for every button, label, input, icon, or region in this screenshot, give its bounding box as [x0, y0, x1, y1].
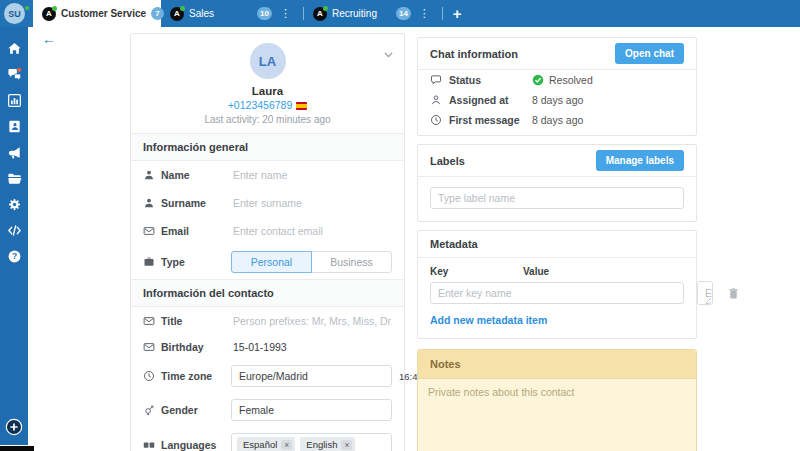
- section-general-info: Información general: [131, 133, 404, 161]
- remove-chip-icon[interactable]: ×: [341, 440, 352, 450]
- user-outline-icon: [430, 94, 442, 106]
- user-icon: [143, 169, 155, 181]
- user-initials: SU: [8, 9, 21, 19]
- user-online-dot: [24, 5, 30, 11]
- envelope-icon: [143, 341, 155, 353]
- row-label: First message: [449, 114, 520, 126]
- workspace-logo-icon: A: [313, 7, 327, 21]
- name-input[interactable]: [231, 167, 392, 183]
- field-label: Languages: [161, 439, 216, 451]
- tab-label: Customer Service: [61, 8, 146, 19]
- add-workspace-button[interactable]: +: [443, 0, 472, 27]
- workspace-tabs: A Customer Service 7 ⋮ A Sales 10 ⋮ A Re…: [33, 0, 472, 27]
- type-personal-button[interactable]: Personal: [231, 251, 312, 273]
- envelope-icon: [143, 225, 155, 237]
- chevron-down-icon[interactable]: [382, 47, 395, 60]
- campaigns-icon[interactable]: [7, 145, 22, 160]
- notes-textarea[interactable]: [418, 379, 696, 451]
- label-search-input[interactable]: [430, 187, 684, 209]
- user-avatar[interactable]: SU: [4, 3, 25, 24]
- metadata-key-input[interactable]: [430, 282, 684, 304]
- card-title: Metadata: [430, 238, 478, 250]
- status-value: Resolved: [549, 74, 593, 86]
- email-input[interactable]: [231, 223, 392, 239]
- delete-metadata-icon[interactable]: [727, 287, 740, 300]
- contact-header: LA Laura +0123456789 Last activity: 20 m…: [131, 34, 404, 133]
- field-label: Type: [161, 256, 185, 268]
- metadata-value-input[interactable]: [697, 281, 713, 305]
- field-surname-row: Surname: [131, 189, 404, 217]
- row-label: Assigned at: [449, 94, 509, 106]
- online-dot: [180, 6, 185, 11]
- metadata-row: [430, 281, 684, 305]
- home-icon[interactable]: [7, 41, 22, 56]
- contact-avatar: LA: [250, 43, 286, 79]
- title-input[interactable]: [231, 313, 392, 329]
- add-metadata-link[interactable]: Add new metadata item: [430, 314, 547, 326]
- field-name-row: Name: [131, 161, 404, 189]
- language-chip: English×: [300, 437, 355, 451]
- field-timezone-row: Time zone 16:42 (UTC +01:00): [131, 359, 404, 393]
- spain-flag-icon: [296, 102, 307, 110]
- gender-icon: [143, 404, 155, 416]
- help-icon[interactable]: ?: [7, 249, 22, 264]
- check-circle-icon: [532, 74, 544, 86]
- developer-icon[interactable]: [7, 223, 22, 238]
- tab-sales[interactable]: A Sales 10 ⋮: [161, 0, 303, 27]
- sidebar: ?: [0, 27, 28, 445]
- metadata-card: Metadata Key Value Add new metadata item: [417, 230, 697, 339]
- assigned-value: 8 days ago: [532, 94, 583, 106]
- tab-menu-icon[interactable]: ⋮: [277, 7, 294, 20]
- surname-input[interactable]: [231, 195, 392, 211]
- remove-chip-icon[interactable]: ×: [281, 440, 292, 450]
- assigned-row: Assigned at 8 days ago: [418, 90, 696, 110]
- screen-edge: [0, 446, 34, 451]
- field-title-row: Title: [131, 307, 404, 335]
- open-chat-button[interactable]: Open chat: [615, 43, 684, 64]
- svg-text:?: ?: [11, 251, 16, 261]
- contacts-icon[interactable]: [7, 119, 22, 134]
- chats-icon[interactable]: [7, 67, 22, 82]
- online-dot: [323, 6, 328, 11]
- card-title: Labels: [430, 155, 465, 167]
- section-contact-info: Información del contacto: [131, 279, 404, 307]
- languages-icon: [143, 439, 155, 451]
- field-label: Gender: [161, 404, 198, 416]
- files-icon[interactable]: [7, 171, 22, 186]
- notes-card: Notes: [417, 349, 697, 451]
- envelope-icon: [143, 315, 155, 327]
- type-toggle: Personal Business: [231, 251, 392, 273]
- languages-input[interactable]: Español× English×: [231, 433, 392, 451]
- right-panel: Chat information Open chat Status Resolv…: [417, 37, 697, 451]
- workspace-logo-icon: A: [170, 7, 184, 21]
- chat-bubble-icon: [430, 74, 442, 86]
- field-label: Title: [161, 315, 182, 327]
- value-column-label: Value: [523, 266, 549, 277]
- tab-menu-icon[interactable]: ⋮: [416, 7, 433, 20]
- birthday-value[interactable]: 15-01-1993: [231, 341, 287, 353]
- field-label: Email: [161, 225, 189, 237]
- tab-badge: 14: [396, 7, 411, 20]
- field-label: Birthday: [161, 341, 204, 353]
- key-column-label: Key: [430, 266, 510, 277]
- tab-badge: 10: [257, 7, 272, 20]
- workspace-logo-icon: A: [42, 7, 56, 21]
- type-business-button[interactable]: Business: [311, 251, 392, 273]
- manage-labels-button[interactable]: Manage labels: [596, 150, 684, 171]
- field-label: Name: [161, 169, 190, 181]
- gender-input[interactable]: [231, 399, 392, 421]
- timezone-input[interactable]: [231, 365, 392, 387]
- online-dot: [52, 6, 57, 11]
- tab-recruiting[interactable]: A Recruiting 14 ⋮: [304, 0, 442, 27]
- user-icon: [143, 197, 155, 209]
- briefcase-icon: [143, 256, 155, 268]
- contact-phone[interactable]: +0123456789: [131, 99, 404, 111]
- history-clock-icon: [430, 114, 442, 126]
- statistics-icon[interactable]: [7, 93, 22, 108]
- field-email-row: Email: [131, 217, 404, 245]
- add-account-icon[interactable]: [5, 418, 23, 436]
- tab-customer-service[interactable]: A Customer Service 7 ⋮: [33, 0, 161, 27]
- back-button[interactable]: ←: [42, 31, 56, 47]
- labels-card: Labels Manage labels: [417, 144, 697, 222]
- settings-icon[interactable]: [7, 197, 22, 212]
